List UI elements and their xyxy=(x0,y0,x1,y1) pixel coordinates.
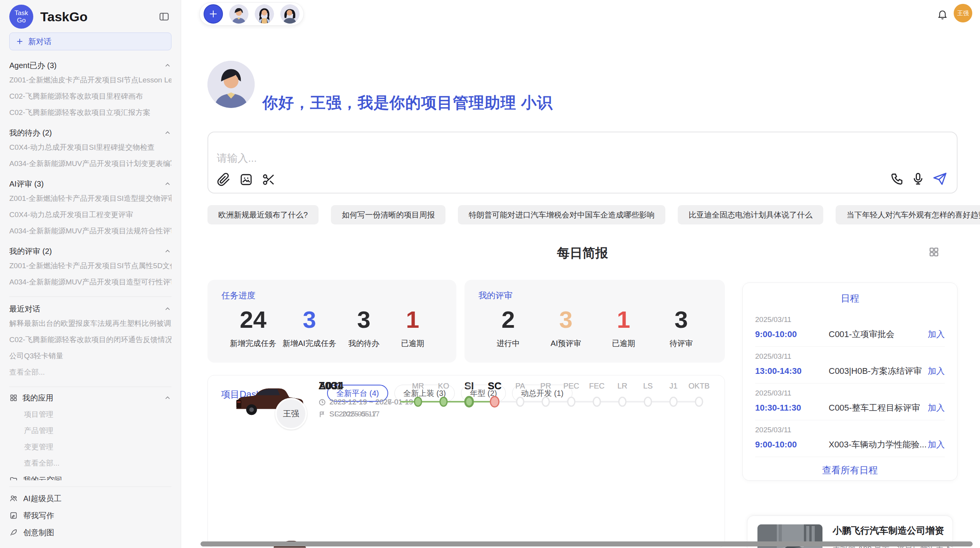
suggestion-chip[interactable]: 当下年轻人对汽车外观有怎样的喜好趋势 xyxy=(836,205,980,224)
stat-label: 新增AI完成任务 xyxy=(283,338,336,349)
sidebar-item-creative-draw[interactable]: 创意制图 xyxy=(9,524,171,541)
milestone-track: MR KO SI xyxy=(405,378,712,410)
stat-block: 24 新增完成任务 xyxy=(230,307,276,349)
recent-chat-item[interactable]: C02-飞腾新能源轻客改款项目的闭环通告反馈情况 xyxy=(9,332,171,348)
recent-chat-item[interactable]: 解释最新出台的欧盟报废车法规再生塑料比例被调至15%... xyxy=(9,315,171,332)
sidebar-item-help-write[interactable]: 帮我写作 xyxy=(9,507,171,524)
milestone: MR xyxy=(405,378,431,410)
sidebar-collapse-button[interactable] xyxy=(157,9,171,24)
sidebar-section-title: 我的待办 (2) xyxy=(9,128,52,138)
new-chat-label: 新对话 xyxy=(28,36,51,47)
sidebar-task-item[interactable]: A034-全新新能源MUV产品开发项目计划变更表编写 xyxy=(9,156,171,172)
attach-button[interactable] xyxy=(216,172,231,187)
sidebar-task-item[interactable]: C0X4-动力总成开发项目SI里程碑提交物检查 xyxy=(9,139,171,156)
milestone-dot xyxy=(414,397,422,407)
assistant-avatar xyxy=(207,61,255,108)
milestone-label: SC xyxy=(482,378,507,393)
join-meeting-button[interactable]: 加入 xyxy=(928,402,945,414)
sidebar-task-item[interactable]: C02-飞腾新能源轻客改款项目立项汇报方案 xyxy=(9,104,171,121)
app-logo: Task Go xyxy=(9,5,33,29)
new-chat-button[interactable]: 新对话 xyxy=(9,33,171,50)
stat-value: 24 xyxy=(230,307,276,333)
milestone: SI xyxy=(456,378,482,410)
horizontal-scrollbar[interactable] xyxy=(200,541,973,546)
sidebar-item-ai-employee[interactable]: AI超级员工 xyxy=(9,490,171,507)
stat-value: 3 xyxy=(283,307,336,333)
join-meeting-button[interactable]: 加入 xyxy=(928,365,945,377)
user-avatar[interactable]: 王强 xyxy=(954,4,972,22)
scissors-button[interactable] xyxy=(261,172,276,187)
my-review-title: 我的评审 xyxy=(478,290,711,301)
milestone-label: PR xyxy=(533,378,559,393)
app-menu-item[interactable]: 变更管理 xyxy=(24,439,171,455)
sidebar: Task Go TaskGo 新对话 Agent已办 (3) xyxy=(0,0,181,548)
view-all-schedule-link[interactable]: 查看所有日程 xyxy=(755,464,945,476)
sidebar-task-item[interactable]: Z001-全新燃油轻卡产品开发项目SI造型提交物评审 xyxy=(9,190,171,207)
milestone-dot xyxy=(440,397,448,407)
app-menu-item[interactable]: 项目管理 xyxy=(24,406,171,423)
voice-button[interactable] xyxy=(910,171,926,187)
join-meeting-button[interactable]: 加入 xyxy=(928,439,945,450)
scissors-icon xyxy=(262,173,276,187)
notification-bell-button[interactable] xyxy=(937,9,948,20)
app-menu-item[interactable]: 查看全部... xyxy=(24,455,171,471)
app-menu-item[interactable]: 产品管理 xyxy=(24,423,171,439)
stat-value: 3 xyxy=(343,307,385,333)
suggestion-chip[interactable]: 比亚迪全固态电池计划具体说了什么 xyxy=(678,205,823,224)
app-title: TaskGo xyxy=(40,9,157,24)
call-button[interactable] xyxy=(889,171,905,187)
stat-block: 2 进行中 xyxy=(487,307,529,349)
schedule-row: 13:00-14:30 C003|H0B-方案冻结评审 加入 xyxy=(755,365,945,377)
suggestion-chip[interactable]: 特朗普可能对进口汽车增税会对中国车企造成哪些影响 xyxy=(458,205,665,224)
milestone-label: LR xyxy=(610,378,635,393)
add-agent-button[interactable] xyxy=(204,4,223,24)
agent-avatar-3[interactable] xyxy=(280,4,300,24)
sidebar-section: AI评审 (3) Z001-全新燃油轻卡产品开发项目SI造型提交物评审C0X4-… xyxy=(9,177,171,239)
sidebar-section-header[interactable]: 我的评审 (2) xyxy=(9,245,171,258)
sidebar-task-item[interactable]: Z001-全新燃油轻卡产品开发项目SI节点属性5D文件评审 xyxy=(9,258,171,274)
sidebar-task-item[interactable]: Z001-全新燃油皮卡产品开发项目SI节点Lesson Learn报告 xyxy=(9,72,171,88)
sidebar-section-apps: 我的应用 项目管理产品管理变更管理查看全部... xyxy=(9,389,171,471)
sidebar-section-header[interactable]: Agent已办 (3) xyxy=(9,59,171,72)
image-upload-button[interactable] xyxy=(238,172,254,187)
schedule-name: C001-立项审批会 xyxy=(829,329,928,340)
briefing-layout-button[interactable] xyxy=(928,246,940,258)
sidebar-section-header[interactable]: AI评审 (3) xyxy=(9,177,171,190)
sidebar-section-title: AI评审 (3) xyxy=(9,179,44,189)
recent-view-all-link[interactable]: 查看全部... xyxy=(9,364,171,380)
stat-value: 3 xyxy=(545,307,587,333)
recent-section-header[interactable]: 最近对话 xyxy=(9,302,171,315)
recent-chat-item[interactable]: 公司Q3轻卡销量 xyxy=(9,348,171,364)
join-meeting-button[interactable]: 加入 xyxy=(928,329,945,340)
stat-value: 1 xyxy=(391,307,434,333)
my-apps-header[interactable]: 我的应用 xyxy=(9,389,171,406)
send-button[interactable] xyxy=(931,170,948,187)
schedule-time: 9:00-10:00 xyxy=(755,329,829,339)
stat-block: 1 已逾期 xyxy=(391,307,434,349)
project-row[interactable]: 王强 A034 2023-12-19 ~ 2026-01-19 xyxy=(219,375,714,434)
schedule-list: 2025/03/11 9:00-10:00 C001-立项审批会 加入 2025… xyxy=(755,310,945,457)
ai-employee-label: AI超级员工 xyxy=(23,493,62,504)
chat-input[interactable] xyxy=(217,152,681,164)
stat-label: AI预评审 xyxy=(545,338,587,349)
suggestion-chip[interactable]: 欧洲新规最近颁布了什么? xyxy=(207,205,319,224)
milestone-label: PEC xyxy=(559,378,584,393)
agent-avatar-2[interactable] xyxy=(255,4,274,24)
chat-composer xyxy=(207,132,958,194)
schedule-item: 2025/03/11 10:30-11:30 C005-整车工程目标评审 加入 xyxy=(755,384,945,420)
sidebar-task-item[interactable]: C0X4-动力总成开发项目工程变更评审 xyxy=(9,207,171,223)
project-milestone-label: SC-2025-05-17 xyxy=(329,410,380,418)
milestone-dot xyxy=(465,397,473,407)
agent-avatar-1[interactable] xyxy=(229,4,248,24)
sidebar-task-item[interactable]: A034-全新新能源MUV产品开发项目造型可行性评审 xyxy=(9,274,171,290)
sidebar-item-cloud-space[interactable]: 我的云空间 xyxy=(9,471,171,480)
suggestion-chip[interactable]: 如何写一份清晰的项目周报 xyxy=(331,205,445,224)
milestone-label: J1 xyxy=(661,378,686,393)
sidebar-task-item[interactable]: C02-飞腾新能源轻客改款项目里程碑画布 xyxy=(9,88,171,104)
sidebar-section-header[interactable]: 我的待办 (2) xyxy=(9,126,171,139)
milestone: PEC xyxy=(559,378,584,410)
project-milestone-tag: SC-2025-05-17 xyxy=(319,410,413,418)
project-dashboard-card: 项目Dashboard 全新平台 (4)全新上装 (3)年型 (2)动总开发 (… xyxy=(207,375,725,548)
schedule-date: 2025/03/11 xyxy=(755,315,945,324)
sidebar-task-item[interactable]: A034-全新新能源MUV产品开发项目法规符合性评审 xyxy=(9,223,171,239)
